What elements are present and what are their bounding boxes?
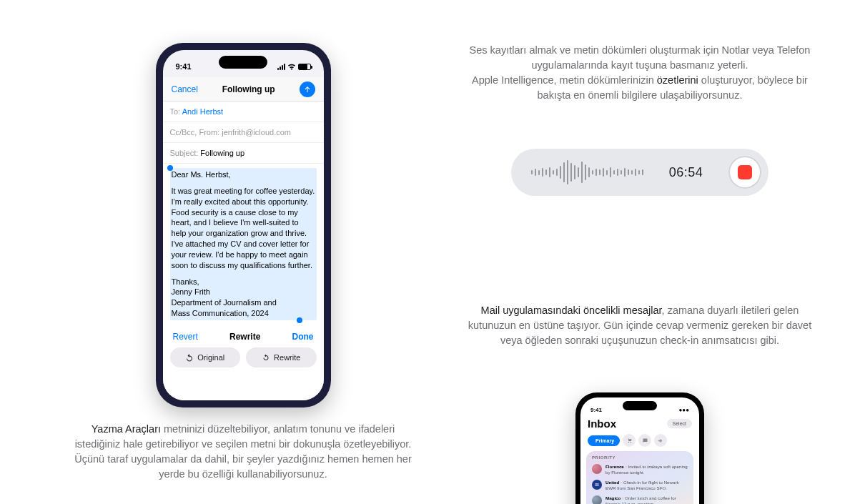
cc-field[interactable]: Cc/Bcc, From: jenfrith@icloud.com (163, 122, 324, 143)
body-sig2: Jenny Frith (172, 287, 210, 296)
status-indicators (277, 64, 311, 70)
rc1-line1: Ses kayıtları almak ve metin dökümleri o… (470, 44, 811, 71)
selected-text[interactable]: Dear Ms. Herbst, It was great meeting fo… (170, 168, 317, 320)
right-block-2: Mail uygulamasındaki öncelikli mesajlar,… (458, 303, 822, 504)
rc1-line2a: Apple Intelligence, metin dökümlerinizin (472, 74, 657, 86)
waveform-bar (553, 170, 554, 174)
tab-transactions[interactable] (623, 434, 636, 447)
waveform-bar (642, 169, 643, 175)
priority-message[interactable]: United ◦ Check-in for flight to Newark E… (592, 478, 688, 493)
waveform-bar (606, 170, 608, 175)
avatar (592, 495, 602, 504)
revert-icon (185, 353, 194, 362)
waveform-bar (631, 170, 633, 174)
message-body: Florence ◦ Invited to izakaya soft openi… (606, 464, 688, 475)
waveform-bar (556, 169, 558, 176)
cancel-button[interactable]: Cancel (172, 84, 198, 94)
waveform-bar (635, 169, 636, 176)
right-column: Ses kayıtları almak ve metin dökümleri o… (458, 43, 822, 504)
waveform-bar (560, 166, 561, 179)
cart-icon (626, 438, 633, 444)
chat-icon (642, 438, 648, 444)
right-caption-2: Mail uygulamasındaki öncelikli mesajlar,… (458, 303, 822, 348)
waveform-bar (628, 169, 629, 175)
to-field[interactable]: To: Andi Herbst (163, 102, 324, 122)
compose-navbar: Cancel Following up (163, 77, 324, 102)
rc2-highlight: Mail uygulamasındaki öncelikli mesajlar (481, 305, 662, 316)
wifi-icon (287, 64, 296, 70)
message-body: United ◦ Check-in for flight to Newark E… (606, 480, 688, 491)
subject-field[interactable]: Subject: Following up (163, 143, 324, 164)
arrow-up-icon (303, 85, 312, 94)
tab-updates[interactable] (638, 434, 651, 447)
phone2-wrap: 9:41 ●●● Inbox Select Primary (575, 392, 704, 504)
waveform-bar (638, 170, 640, 174)
to-recipient[interactable]: Andi Herbst (182, 107, 223, 116)
priority-message[interactable]: Florence ◦ Invited to izakaya soft openi… (592, 462, 688, 478)
avatar (592, 480, 602, 490)
selection-handle-end[interactable] (297, 317, 302, 323)
audio-recorder-pill: 06:54 (511, 149, 768, 196)
left-caption-highlight: Yazma Araçları (92, 423, 161, 435)
waveform-bar (535, 169, 536, 176)
subject-value: Following up (200, 149, 244, 157)
waveform-bar (563, 162, 565, 182)
phone2-screen: 9:41 ●●● Inbox Select Primary (580, 397, 699, 504)
subject-label: Subject: (170, 149, 199, 157)
left-caption: Yazma Araçları metninizi düzeltebiliyor,… (68, 422, 418, 482)
phone-mockup-mail: 9:41 Cancel Following up To: Andi Herbst (156, 43, 331, 407)
selection-handle-start[interactable] (167, 165, 173, 171)
dynamic-island (219, 56, 267, 69)
tab-promotions[interactable] (654, 434, 667, 447)
waveform-bar (570, 163, 572, 182)
body-sig1: Thanks, (172, 277, 199, 286)
original-pill-label: Original (197, 353, 224, 362)
inbox-title: Inbox (588, 417, 616, 430)
waveform-bar (538, 170, 540, 175)
waveform-bar (617, 169, 618, 176)
status-time: 9:41 (176, 62, 192, 71)
right-caption-1: Ses kayıtları almak ve metin dökümleri o… (458, 43, 822, 103)
revert-button[interactable]: Revert (173, 332, 198, 342)
body-greeting: Dear Ms. Herbst, (172, 169, 315, 180)
original-pill-button[interactable]: Original (170, 347, 241, 367)
body-main: It was great meeting for coffee yesterda… (172, 186, 315, 271)
compose-body[interactable]: Dear Ms. Herbst, It was great meeting fo… (163, 164, 324, 323)
select-button[interactable]: Select (667, 419, 692, 428)
waveform-bar (545, 169, 547, 175)
phone-mockup-inbox: 9:41 ●●● Inbox Select Primary (575, 392, 704, 504)
waveform-bar (585, 164, 586, 180)
cc-label: Cc/Bcc, From: (170, 128, 220, 137)
waveform-bar (621, 170, 622, 174)
waveform-bar (624, 168, 626, 177)
inbox-tabs: Primary (580, 434, 699, 451)
priority-message[interactable]: Magico ◦ Order lunch and coffee for Neet… (592, 493, 688, 504)
waveform-bar (610, 167, 611, 177)
rewrite-icon (262, 353, 270, 362)
inbox-header: Inbox Select (580, 415, 699, 434)
dynamic-island-2 (623, 401, 657, 410)
cellular-icon (277, 64, 285, 70)
status-icons-2: ●●● (679, 407, 690, 413)
tab-primary-label: Primary (595, 438, 614, 443)
body-sig3: Department of Journalism and (172, 298, 277, 307)
waveform-bar (578, 167, 579, 177)
waveform-bar (599, 169, 600, 175)
waveform (531, 160, 643, 184)
tab-primary[interactable]: Primary (588, 435, 620, 446)
done-button[interactable]: Done (292, 332, 313, 342)
waveform-bar (567, 160, 568, 184)
compose-title: Following up (222, 84, 275, 94)
waveform-bar (531, 170, 533, 174)
rewrite-label: Rewrite (229, 332, 260, 342)
cc-value: jenfrith@icloud.com (222, 128, 291, 137)
stop-icon (738, 165, 752, 179)
priority-label: PRIORITY (592, 455, 688, 460)
rewrite-pill-button[interactable]: Rewrite (246, 347, 317, 367)
message-body: Magico ◦ Order lunch and coffee for Neet… (606, 495, 688, 504)
waveform-bar (542, 168, 543, 177)
compose-form: To: Andi Herbst Cc/Bcc, From: jenfrith@i… (163, 102, 324, 400)
send-button[interactable] (300, 81, 315, 97)
record-stop-button[interactable] (728, 156, 761, 189)
rewrite-action-row: Revert Rewrite Done (163, 323, 324, 347)
